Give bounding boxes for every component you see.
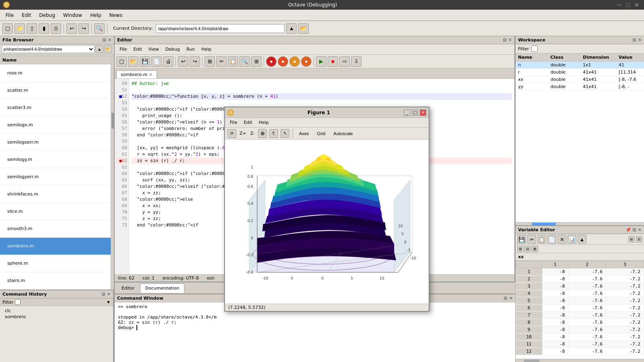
ed-undo-btn[interactable]: ↩ [178,56,188,67]
ws-hscrollbar[interactable] [516,222,644,225]
ve-save-btn[interactable]: 💾 [517,235,526,244]
ve-up-btn[interactable]: ▲ [578,235,586,244]
ve-extra-btn1[interactable]: ⊞ [517,246,524,252]
ed-zoom-btn[interactable]: ⊞ [251,56,262,67]
ws-close-icon[interactable]: ✕ [638,37,642,43]
fig-tb-axes-btn[interactable]: Axes [296,130,312,137]
cw-undock-icon[interactable]: ⊡ [504,296,508,301]
fig-maximize-btn[interactable]: □ [412,109,418,116]
cw-close-icon[interactable]: ✕ [509,296,513,301]
ed-debug-btn2[interactable]: ● [278,56,288,67]
ed-dbg-icon2[interactable]: ⇩ [351,56,361,67]
fig-menu-file[interactable]: File [227,119,240,126]
tab-editor[interactable]: Editor [116,284,140,293]
fb-file-row[interactable]: sombrero.m [0,237,111,255]
cmd-prompt[interactable]: debug> [118,325,512,330]
fb-file-row[interactable]: semilogyerr.m [0,168,111,185]
ve-data-row[interactable]: 10-8-7.6-7.2 [516,333,644,341]
ve-data-row[interactable]: 8-8-7.6-7.2 [516,319,644,326]
ch-item[interactable]: clc [3,308,110,314]
ve-plot-btn[interactable]: 📊 [568,235,576,244]
fb-file-row[interactable]: rose.m [0,64,111,82]
fb-file-row[interactable]: semilogy.m [0,151,111,168]
paste-btn[interactable]: ▮ [39,23,49,34]
ws-col-class[interactable]: Class [548,53,581,62]
ve-data-row[interactable]: 7-8-7.6-7.2 [516,312,644,319]
ve-data-row[interactable]: 4-8-7.6-7.2 [516,290,644,297]
tab-sombrero[interactable]: sombrero.m ✕ [116,70,157,78]
fb-path-select[interactable]: p/share/octave/4.4.0/m/plot/draw [2,45,95,53]
copy-btn[interactable]: ▯ [27,23,37,34]
ve-data-row[interactable]: 2-8-7.6-7.2 [516,276,644,283]
ed-new-btn[interactable]: ▢ [116,56,127,67]
fig-menu-edit[interactable]: Edit [240,119,255,126]
fb-file-row[interactable]: stairs.m [0,272,111,289]
fig-tb-cursor-btn[interactable]: ↖ [281,129,289,138]
fb-file-row[interactable]: shrinkfaces.m [0,185,111,203]
ws-data-row[interactable]: xxdouble41x41[-8, -7.6 [516,76,644,83]
menu-window[interactable]: Window [59,11,86,20]
fig-tb-grid-btn[interactable]: Grid [314,130,328,137]
editor-undock-icon[interactable]: ⊡ [503,37,507,43]
fig-tb-rotate-btn[interactable]: ⟳ [227,129,236,138]
ve-copy-btn[interactable]: 📋 [537,235,546,244]
fig-tb-zoomout[interactable]: Z- [250,131,255,136]
fb-path-browse-btn[interactable]: 📂 [104,45,112,53]
ed-find-btn[interactable]: 🔍 [239,56,250,67]
ve-hscrollbar[interactable] [516,359,644,362]
ve-extra-btn2[interactable]: ⊟ [524,246,531,252]
ed-stop-btn[interactable]: ■ [328,56,338,67]
em-help[interactable]: Help [198,46,215,53]
menu-help[interactable]: Help [86,11,105,20]
fb-file-row[interactable]: slice.m [0,203,111,220]
ed-paste2-btn[interactable]: 📋 [228,56,238,67]
dir-up-btn[interactable]: ▲ [286,23,297,34]
menu-news[interactable]: News [105,11,126,20]
menu-file[interactable]: File [2,11,18,20]
em-edit[interactable]: Edit [130,46,145,53]
fb-col-name[interactable]: Name [0,56,111,64]
ws-data-row[interactable]: yydouble41x41[-8, - [516,83,644,90]
fig-tb-autoscale-btn[interactable]: Autoscale [330,130,355,137]
menu-edit[interactable]: Edit [18,11,35,20]
ve-collapse-btn[interactable]: ⊟ [636,236,642,243]
ve-hscrollbar-thumb[interactable] [524,360,540,362]
ve-data-row[interactable]: 1-8-7.6-7.2 [516,268,644,276]
ch-filter-checkbox[interactable] [15,299,21,305]
ve-data-row[interactable]: 9-8-7.6-7.2 [516,326,644,333]
ch-undock-icon[interactable]: ⊡ [102,292,105,297]
ve-clear-btn[interactable]: ✕ [557,235,566,244]
ve-data-row[interactable]: 3-8-7.6-7.2 [516,283,644,290]
em-view[interactable]: View [145,46,162,53]
ed-open-btn[interactable]: 📂 [128,56,138,67]
ed-saveas-btn[interactable]: 📄 [151,56,162,67]
ed-save-btn[interactable]: 💾 [140,56,150,67]
ch-item[interactable]: sombrero [3,314,110,320]
fig-menu-help[interactable]: Help [256,119,272,126]
ve-cut-btn[interactable]: ✂ [527,235,536,244]
redo-btn[interactable]: ↪ [78,23,89,34]
ve-paste-btn[interactable]: 📄 [547,235,556,244]
print-btn[interactable]: ⎙ [51,23,61,34]
fig-minimize-btn[interactable]: _ [404,109,410,116]
ws-filter-checkbox[interactable] [531,45,538,52]
ed-debug-btn4[interactable]: ● [301,56,312,67]
ch-close-icon[interactable]: ✕ [107,292,111,297]
ed-copy2-btn[interactable]: ⊞ [204,56,215,67]
fig-tb-pan-btn[interactable]: ⊕ [258,129,267,138]
fb-close-icon[interactable]: ✕ [108,37,111,43]
fig-close-btn[interactable]: ✕ [420,109,426,116]
close-btn[interactable]: ✕ [633,2,641,8]
fb-file-row[interactable]: sphere.m [0,255,111,272]
fb-file-row[interactable]: smooth3.m [0,220,111,237]
minimize-btn[interactable]: ─ [616,2,623,8]
new-file-btn[interactable]: ▢ [2,23,13,34]
editor-close-icon[interactable]: ✕ [508,37,512,43]
ve-data-row[interactable]: 6-8-7.6-7.2 [516,304,644,312]
ed-print-btn[interactable]: 🖨 [163,56,173,67]
ws-col-name[interactable]: Name [516,53,548,62]
ve-data-row[interactable]: 12-8-7.6-7.2 [516,348,644,355]
ws-data-row[interactable]: ndouble1x141 [516,62,644,69]
ws-data-row[interactable]: rdouble41x41[11.314 [516,69,644,76]
ed-debug-btn3[interactable]: ● [289,56,300,67]
